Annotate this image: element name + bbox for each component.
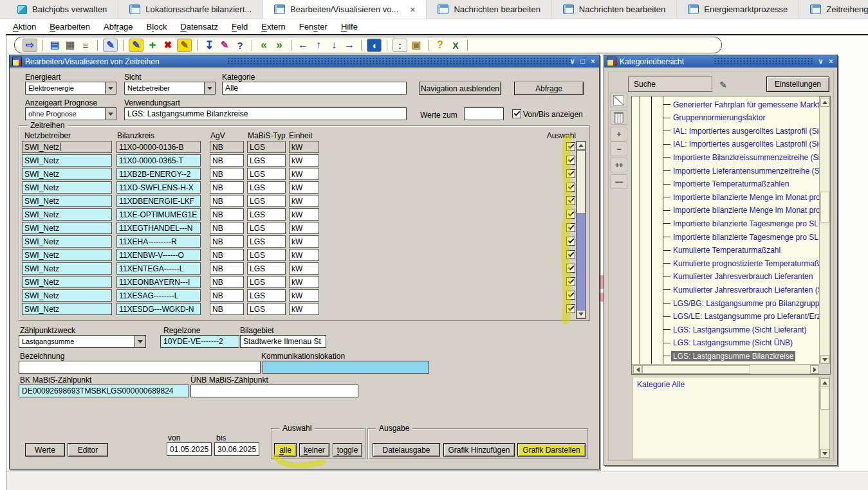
next-block-icon[interactable]: » bbox=[272, 38, 287, 52]
bilanzkreis-cell[interactable]: 11XDBENERGIE-LKF bbox=[116, 195, 201, 207]
row-checkbox[interactable] bbox=[566, 237, 575, 246]
collapse-branch-icon[interactable]: −− bbox=[610, 174, 627, 189]
kategorie-titlebar[interactable]: Kategorieübersicht ∨ × bbox=[604, 55, 837, 68]
collapse-node-icon[interactable]: − bbox=[610, 141, 627, 156]
cancel-query-icon[interactable]: ✎ bbox=[177, 39, 192, 52]
editor-button[interactable]: Editor bbox=[68, 443, 108, 457]
bilanzkreis-cell[interactable]: 11XE-OPTIMUMEG1E bbox=[116, 208, 201, 221]
faq-icon[interactable]: ? bbox=[432, 38, 448, 52]
delete-record-icon[interactable]: ✖ bbox=[160, 38, 176, 52]
agv-cell[interactable]: NB bbox=[210, 168, 244, 180]
row-checkbox[interactable] bbox=[566, 223, 575, 232]
tree-item[interactable]: Generierter Fahrplan für gemessene Markt… bbox=[663, 99, 831, 110]
tree-item[interactable]: Kumulierter Jahresverbrauch Lieferanten bbox=[663, 271, 815, 282]
scroll-left-icon[interactable] bbox=[633, 365, 642, 374]
einheit-cell[interactable]: kW bbox=[289, 181, 319, 194]
einheit-cell[interactable]: kW bbox=[289, 262, 319, 275]
tree-item[interactable]: LGS: Lastgangsumme Bilanzkreise bbox=[663, 350, 795, 361]
tree-item[interactable]: Importierte bilanzierte Tagesmenge pro S… bbox=[663, 218, 831, 229]
expand-node-icon[interactable]: + bbox=[610, 127, 627, 141]
tree-item[interactable]: IAL: Importiertes ausgerolltes Lastprofi… bbox=[663, 125, 831, 136]
menu-item-abfrage[interactable]: Abfrage bbox=[101, 21, 136, 33]
chevron-down-icon[interactable] bbox=[134, 336, 145, 347]
netzbetreiber-cell[interactable]: SWI_Netz bbox=[22, 168, 112, 180]
table-row[interactable]: SWI_Netz11XB2B-ENERGY--2NBLGSkW bbox=[22, 168, 575, 180]
agv-cell[interactable]: NB bbox=[210, 141, 244, 153]
agv-cell[interactable]: NB bbox=[210, 262, 244, 275]
scroll-up-icon[interactable] bbox=[820, 98, 829, 107]
edit-icon[interactable]: ✎ bbox=[217, 38, 232, 52]
chevron-down-icon[interactable] bbox=[105, 108, 116, 120]
tab-batchjobs-verwalten[interactable]: Batchjobs verwalten bbox=[6, 0, 118, 19]
trash-icon[interactable] bbox=[610, 110, 627, 125]
tree-item[interactable]: Gruppennormierungsfaktor bbox=[663, 113, 767, 123]
scroll-down-icon[interactable] bbox=[820, 355, 829, 364]
tree-item[interactable]: LGS/BG: Lastgangsumme pro Bilanzgruppe bbox=[663, 298, 826, 309]
table-row[interactable]: SWI_Netz11XENBW-V------ONBLGSkW bbox=[22, 249, 575, 261]
menu-item-hilfe[interactable]: Hilfe bbox=[338, 21, 360, 33]
tree-item[interactable]: Importierte Temperaturmaßzahlen bbox=[663, 179, 791, 190]
agv-cell[interactable]: NB bbox=[210, 222, 244, 234]
bilanzkreis-cell[interactable]: 11X0-0000-0365-T bbox=[116, 154, 201, 167]
zeitreihen-titlebar[interactable]: Bearbeiten/Visualisieren von Zeitreihen … bbox=[10, 55, 599, 68]
exit-form-icon[interactable]: ⇨ bbox=[23, 39, 37, 52]
scrollbar-thumb[interactable] bbox=[820, 388, 829, 410]
chevron-down-icon[interactable] bbox=[105, 82, 116, 94]
menu-item-feld[interactable]: Feld bbox=[229, 21, 250, 33]
table-row[interactable]: SWI_Netz11XESAG--------LNBLGSkW bbox=[22, 289, 575, 302]
scrollbar-thumb[interactable] bbox=[642, 365, 750, 374]
search-box[interactable]: Suche bbox=[628, 77, 712, 92]
mabis_typ-cell[interactable]: LGS bbox=[247, 235, 286, 248]
einheit-cell[interactable]: kW bbox=[289, 195, 319, 207]
keiner-button[interactable]: keiner bbox=[299, 443, 329, 457]
dateiausgabe-button[interactable]: Dateiausgabe bbox=[373, 443, 440, 457]
chevron-down-icon[interactable] bbox=[204, 82, 215, 94]
menu-item-datensatz[interactable]: Datensatz bbox=[178, 21, 221, 33]
grafik-hinzufuegen-button[interactable]: Grafik Hinzufügen bbox=[443, 443, 515, 457]
save-icon[interactable]: ▤ bbox=[47, 38, 62, 52]
agv-cell[interactable]: NB bbox=[210, 195, 244, 207]
table-row[interactable]: SWI_Netz11XDBENERGIE-LKFNBLGSkW bbox=[22, 195, 575, 207]
kommunikationslokation-field[interactable] bbox=[263, 361, 429, 374]
row-checkbox[interactable] bbox=[566, 250, 575, 259]
unb-mabis-field[interactable] bbox=[190, 385, 358, 397]
einheit-cell[interactable]: kW bbox=[289, 235, 319, 248]
werte-zum-field[interactable] bbox=[464, 107, 504, 120]
bilanzkreis-cell[interactable]: 11XEONBAYERN---I bbox=[116, 276, 201, 288]
row-checkbox[interactable] bbox=[566, 156, 575, 165]
scroll-up-icon[interactable] bbox=[577, 141, 586, 150]
tab-bearbeiten-visualisieren-vo[interactable]: Bearbeiten/Visualisieren vo...× bbox=[263, 0, 427, 19]
query-form-icon[interactable]: ✎ bbox=[103, 39, 118, 52]
minimize-icon[interactable]: ∨ bbox=[568, 57, 577, 66]
einheit-cell[interactable]: kW bbox=[289, 249, 319, 261]
new-page-icon[interactable] bbox=[610, 93, 627, 107]
tree-item[interactable]: LGS: Lastgangsumme (Sicht ÜNB) bbox=[663, 338, 795, 349]
table-row[interactable]: SWI_Netz11XENTEGA------LNBLGSkW bbox=[22, 262, 575, 275]
mabis_typ-cell[interactable]: LGS bbox=[247, 289, 286, 302]
netzbetreiber-cell[interactable]: SWI_Netz bbox=[22, 154, 112, 167]
mabis_typ-cell[interactable]: LGS bbox=[247, 303, 286, 315]
menu-item-aktion[interactable]: Aktion bbox=[10, 21, 39, 33]
row-checkbox[interactable] bbox=[566, 183, 575, 192]
menu-item-extern[interactable]: Extern bbox=[259, 21, 288, 33]
bilagebiet-field[interactable]: Stadtwerke Ilmenau St bbox=[240, 335, 326, 348]
previous-block-icon[interactable]: « bbox=[256, 38, 272, 52]
regelzone-field[interactable]: 10YDE-VE-------2 bbox=[160, 335, 239, 348]
print-list-icon[interactable]: ≡ bbox=[78, 38, 93, 52]
table-row[interactable]: SWI_Netz11XEGTHANDEL---NNBLGSkW bbox=[22, 222, 575, 234]
tree-item[interactable]: Importierte Bilanzkreissummenzeitreihe (… bbox=[663, 152, 831, 163]
bezeichnung-field[interactable] bbox=[19, 361, 261, 374]
tree-item[interactable]: LGS: Lastgangsumme (Sicht Lieferant) bbox=[663, 324, 808, 335]
record-properties-icon[interactable]: : bbox=[392, 39, 407, 52]
netzbetreiber-cell[interactable]: SWI_Netz bbox=[22, 141, 112, 153]
tab-energiemarktprozesse[interactable]: Energiemarktprozesse bbox=[677, 0, 799, 19]
table-row[interactable]: SWI_Netz11XD-SWFLENS-H-XNBLGSkW bbox=[22, 181, 575, 194]
scroll-down-icon[interactable] bbox=[577, 310, 586, 318]
nav-right-icon[interactable]: → bbox=[342, 38, 357, 52]
agv-cell[interactable]: NB bbox=[210, 303, 244, 315]
agv-cell[interactable]: NB bbox=[210, 276, 244, 288]
agv-cell[interactable]: NB bbox=[210, 154, 244, 167]
bis-date-field[interactable]: 30.06.2025 bbox=[214, 442, 259, 456]
mabis_typ-cell[interactable]: LGS bbox=[247, 195, 286, 207]
menu-item-block[interactable]: Block bbox=[144, 21, 170, 33]
